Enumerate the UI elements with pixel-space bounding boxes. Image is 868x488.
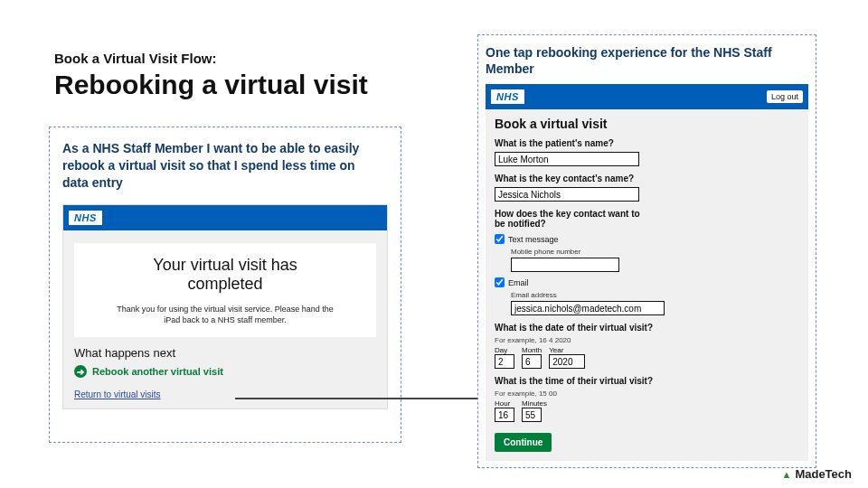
completion-title: Your virtual visit has completed	[85, 256, 365, 295]
day-input[interactable]	[495, 354, 514, 369]
patient-name-input[interactable]	[495, 152, 639, 166]
logout-button[interactable]: Log out	[767, 90, 803, 103]
user-story-text: As a NHS Staff Member I want to be able …	[62, 140, 370, 192]
q-time: What is the time of their virtual visit?	[495, 376, 799, 386]
left-panel: As a NHS Staff Member I want to be able …	[49, 127, 401, 443]
email-option[interactable]: Email	[495, 277, 799, 287]
email-address-label: Email address	[511, 291, 799, 299]
brand-label: MadeTech	[795, 467, 852, 481]
minutes-input[interactable]	[522, 408, 542, 422]
completion-body: Thank you for using the virtual visit se…	[108, 304, 343, 326]
madetech-brand: ▲ MadeTech	[782, 467, 853, 481]
return-link[interactable]: Return to virtual visits	[74, 389, 161, 399]
text-message-checkbox[interactable]	[495, 234, 505, 244]
right-caption: One tap rebooking experience for the NHS…	[486, 44, 793, 77]
contact-name-input[interactable]	[495, 187, 639, 202]
q-date: What is the date of their virtual visit?	[495, 323, 799, 333]
slide-title: Rebooking a virtual visit	[54, 70, 368, 100]
rebook-link-label: Rebook another virtual visit	[92, 366, 223, 377]
q-notify: How does the key contact want to be noti…	[495, 209, 648, 229]
q-contact-name: What is the key contact's name?	[495, 174, 799, 183]
rebooking-form-mockup: NHS Log out Book a virtual visit What is…	[486, 84, 808, 461]
time-hint: For example, 15 00	[495, 389, 799, 398]
nhs-logo: NHS	[69, 211, 102, 225]
completion-mockup: NHS Your virtual visit has completed Tha…	[62, 204, 388, 409]
date-hint: For example, 16 4 2020	[495, 336, 799, 344]
right-panel: One tap rebooking experience for the NHS…	[477, 34, 816, 468]
nhs-header-left: NHS	[63, 205, 387, 230]
month-input[interactable]	[522, 354, 542, 369]
mobile-phone-label: Mobile phone number	[511, 248, 799, 256]
rebook-link[interactable]: ➔ Rebook another virtual visit	[74, 365, 376, 378]
slide-header: Book a Virtual Visit Flow: Rebooking a v…	[54, 51, 368, 100]
nhs-logo: NHS	[491, 89, 524, 104]
year-input[interactable]	[549, 354, 585, 369]
rebook-arrow-icon: ➔	[74, 365, 87, 378]
what-happens-next-heading: What happens next	[74, 346, 376, 360]
hour-input[interactable]	[495, 408, 514, 422]
form-title: Book a virtual visit	[495, 117, 799, 131]
email-checkbox[interactable]	[495, 277, 505, 287]
completion-card: Your virtual visit has completed Thank y…	[74, 243, 376, 337]
mobile-phone-input[interactable]	[511, 258, 619, 272]
q-patient-name: What is the patient's name?	[495, 138, 799, 148]
brand-triangle-icon: ▲	[782, 469, 792, 480]
continue-button[interactable]: Continue	[495, 433, 552, 452]
slide-eyebrow: Book a Virtual Visit Flow:	[54, 51, 368, 66]
email-address-input[interactable]	[511, 301, 665, 315]
text-message-option[interactable]: Text message	[495, 234, 799, 244]
nhs-header-right: NHS Log out	[486, 84, 808, 109]
